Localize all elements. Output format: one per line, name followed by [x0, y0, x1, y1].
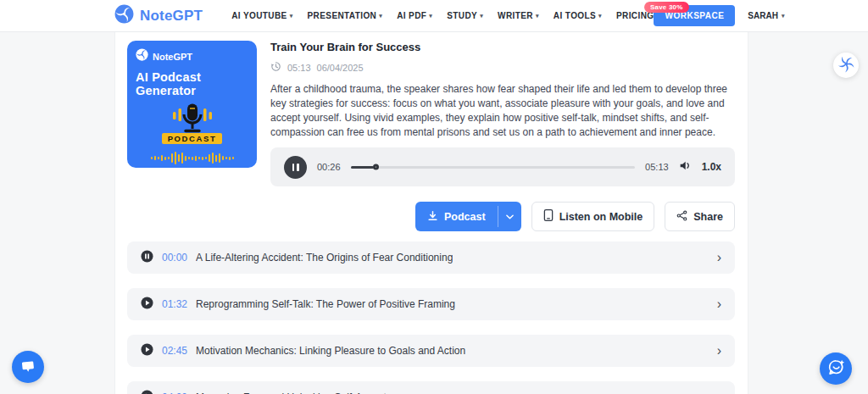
chapter-title: Motivation Mechanics: Linking Pleasure t…: [196, 345, 465, 357]
notegpt-swirl-icon: [136, 48, 148, 64]
episode-meta: 05:13 06/04/2025: [270, 61, 735, 74]
chapter-row[interactable]: 00:00 A Life-Altering Accident: The Orig…: [127, 241, 735, 274]
listen-on-mobile-button[interactable]: Listen on Mobile: [531, 202, 655, 231]
nav-item-ai-tools[interactable]: AI TOOLS▾: [554, 11, 602, 20]
volume-icon[interactable]: [679, 159, 692, 175]
audio-waveform-decoration: [136, 152, 248, 164]
chapter-row[interactable]: 02:45 Motivation Mechanics: Linking Plea…: [127, 335, 735, 367]
chapter-timestamp[interactable]: 02:45: [162, 345, 187, 357]
chapter-row[interactable]: 01:32 Reprogramming Self-Talk: The Power…: [127, 288, 735, 320]
podcast-card-brand: NoteGPT: [136, 48, 248, 64]
progress-track[interactable]: [351, 166, 636, 169]
chapter-list: 00:00 A Life-Altering Accident: The Orig…: [127, 241, 735, 394]
chevron-right-icon[interactable]: ›: [717, 251, 721, 264]
notegpt-swirl-icon: [837, 55, 855, 76]
playback-speed[interactable]: 1.0x: [702, 161, 721, 173]
action-buttons: Podcast Listen on Mobile: [127, 202, 735, 231]
save-discount-badge: Save 30%: [644, 2, 689, 13]
podcast-options-button[interactable]: [498, 202, 521, 231]
download-podcast-button[interactable]: Podcast: [415, 202, 498, 231]
floating-notegpt-widget[interactable]: [833, 53, 859, 78]
notegpt-swirl-icon: [114, 4, 134, 27]
ai-chat-sparkle-icon: [826, 358, 846, 380]
ai-assistant-button[interactable]: [820, 352, 852, 385]
episode-info: Train Your Brain for Success 05:13 06/04…: [270, 41, 735, 186]
podcast-card-title: AI Podcast Generator: [136, 70, 248, 97]
podcast-badge: PODCAST: [162, 133, 223, 144]
episode-header: NoteGPT AI Podcast Generator: [127, 41, 735, 186]
nav-item-study[interactable]: STUDY▾: [447, 11, 483, 20]
chevron-down-icon: ▾: [480, 13, 483, 19]
chapter-row[interactable]: 04:00 Managing Fear and Unlocking Self-A…: [127, 381, 735, 394]
nav-menu: AI YOUTUBE▾ PRESENTATION▾ AI PDF▾ STUDY▾…: [231, 11, 654, 20]
brand-name: NoteGPT: [140, 8, 203, 25]
chevron-down-icon: ▾: [429, 13, 432, 19]
play-icon[interactable]: [141, 390, 153, 394]
pause-icon[interactable]: [141, 250, 153, 266]
current-time: 00:26: [317, 162, 341, 172]
player-progress-fill: [351, 166, 375, 169]
chevron-right-icon[interactable]: ›: [717, 391, 721, 394]
chevron-down-icon: ▾: [598, 13, 602, 19]
episode-date: 06/04/2025: [317, 63, 364, 73]
episode-duration: 05:13: [287, 63, 311, 73]
user-name: SARAH: [748, 11, 778, 20]
chevron-down-icon: ▾: [782, 13, 785, 19]
mobile-phone-icon: [543, 208, 554, 225]
total-time: 05:13: [645, 162, 669, 172]
user-menu[interactable]: SARAH▾: [748, 11, 784, 20]
episode-title: Train Your Brain for Success: [270, 41, 735, 53]
nav-item-ai-youtube[interactable]: AI YOUTUBE▾: [231, 11, 292, 20]
pause-button[interactable]: [284, 156, 307, 179]
play-icon[interactable]: [141, 297, 153, 313]
main-content: NoteGPT AI Podcast Generator: [114, 32, 748, 394]
chevron-down-icon: ▾: [290, 13, 293, 19]
chapter-title: Reprogramming Self-Talk: The Power of Po…: [196, 298, 455, 310]
feedback-chat-button[interactable]: [12, 351, 44, 383]
nav-item-writer[interactable]: WRITER▾: [498, 11, 539, 20]
download-icon: [427, 210, 438, 224]
podcast-cover-card[interactable]: NoteGPT AI Podcast Generator: [127, 41, 257, 168]
podcast-emblem: PODCAST: [136, 103, 248, 144]
share-button[interactable]: Share: [665, 202, 735, 231]
nav-item-presentation[interactable]: PRESENTATION▾: [308, 11, 383, 20]
progress-knob[interactable]: [373, 164, 379, 170]
chevron-down-icon: ▾: [379, 13, 382, 19]
nav-item-pricing[interactable]: PRICING Save 30%: [616, 11, 654, 20]
chevron-right-icon[interactable]: ›: [717, 297, 721, 311]
download-podcast-split-button: Podcast: [415, 202, 521, 231]
top-nav: NoteGPT AI YOUTUBE▾ PRESENTATION▾ AI PDF…: [0, 0, 868, 32]
speech-bubble-icon: [19, 358, 36, 377]
chevron-down-icon: ▾: [536, 13, 539, 19]
chapter-timestamp[interactable]: 01:32: [162, 298, 187, 310]
play-icon[interactable]: [141, 343, 153, 359]
nav-item-ai-pdf[interactable]: AI PDF▾: [397, 11, 432, 20]
share-icon: [676, 210, 687, 224]
history-clock-icon: [270, 61, 281, 74]
audio-player: 00:26 05:13 1.0x: [270, 147, 735, 186]
chevron-right-icon[interactable]: ›: [717, 344, 721, 358]
chapter-timestamp[interactable]: 00:00: [162, 252, 187, 264]
chapter-title: A Life-Altering Accident: The Origins of…: [196, 252, 453, 264]
episode-description: After a childhood trauma, the speaker sh…: [270, 82, 735, 140]
brand-logo[interactable]: NoteGPT: [114, 4, 203, 27]
